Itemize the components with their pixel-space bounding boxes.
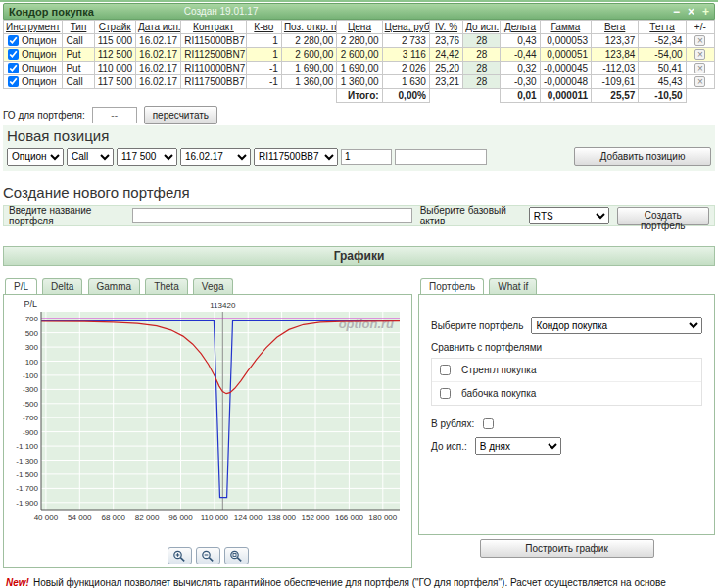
tab-theta[interactable]: Theta — [145, 278, 188, 294]
positions-head-row: ИнструментТипСтрайкДата исп.КонтрактК-во… — [4, 21, 715, 34]
tab-portfolio[interactable]: Портфель — [420, 278, 484, 294]
create-portfolio-title: Создание нового портфеля — [3, 184, 715, 201]
instrument-name: Опцион — [22, 76, 57, 87]
days-row: До исп.: В днях — [431, 437, 702, 455]
instrument-name: Опцион — [22, 35, 57, 46]
table-cell: -1 — [246, 62, 281, 75]
svg-text:500: 500 — [25, 329, 39, 338]
table-cell: 1 — [246, 48, 281, 62]
column-header[interactable]: Тип — [63, 21, 94, 34]
delete-row-icon[interactable]: × — [694, 49, 705, 60]
zoom-in-icon — [172, 550, 186, 563]
column-header[interactable]: Тетта — [639, 21, 686, 34]
totals-cell — [686, 89, 714, 103]
zoom-in-button[interactable] — [168, 547, 192, 564]
compare-label: Сравнить с портфелями — [431, 342, 702, 353]
new-position-title: Новая позиция — [7, 127, 711, 144]
delete-row-icon[interactable]: × — [694, 63, 705, 74]
column-header[interactable]: К-во — [246, 21, 281, 34]
row-checkbox[interactable] — [8, 49, 19, 60]
column-header[interactable]: Дата исп. — [135, 21, 180, 34]
portfolio-name-input[interactable] — [132, 208, 412, 223]
recalculate-button[interactable]: пересчитать — [144, 106, 217, 124]
svg-text:100: 100 — [25, 358, 39, 367]
zoom-controls — [6, 547, 409, 564]
margin-row: ГО для портфеля: -- пересчитать — [3, 106, 715, 123]
row-checkbox[interactable] — [8, 63, 19, 74]
svg-text:82 000: 82 000 — [135, 514, 160, 522]
tab-gamma[interactable]: Gamma — [88, 278, 141, 294]
footer-note: New!Новый функционал позволяет вычислять… — [6, 576, 712, 588]
column-header[interactable]: Вега — [592, 21, 639, 34]
table-cell: 1 630 — [382, 75, 429, 89]
totals-label: Итого: — [337, 89, 382, 103]
tab-whatif[interactable]: What if — [489, 278, 537, 294]
column-header[interactable]: Контракт — [181, 21, 246, 34]
totals-cell — [135, 89, 180, 103]
contract-select[interactable]: RI117500BB7 — [254, 148, 338, 166]
table-cell: 16.02.17 — [135, 48, 180, 62]
column-header[interactable]: IV. % — [429, 21, 462, 34]
compare-checkbox-butterfly[interactable] — [440, 388, 451, 399]
compare-option-strangle[interactable]: Стренгл покупка — [432, 359, 701, 382]
table-cell: RI112500BN7 — [181, 48, 246, 62]
column-header[interactable]: Страйк — [94, 21, 135, 34]
instrument-name: Опцион — [22, 49, 57, 60]
panel-tabs: Портфель What if — [418, 277, 715, 294]
add-position-button[interactable]: Добавить позицию — [574, 147, 711, 166]
table-row[interactable]: ОпционCall115 00016.02.17RI115000BB712 2… — [4, 34, 715, 48]
table-cell: -0,44 — [501, 48, 540, 62]
instrument-cell: Опцион — [4, 34, 63, 48]
zoom-reset-button[interactable] — [224, 547, 249, 564]
totals-cell — [281, 89, 336, 103]
minimize-button[interactable]: − — [673, 6, 680, 18]
svg-text:-1 100: -1 100 — [16, 442, 38, 451]
close-button[interactable]: × — [688, 6, 694, 18]
base-asset-select[interactable]: RTS — [529, 207, 609, 224]
table-cell: 28 — [463, 48, 501, 62]
column-header[interactable]: Цена — [337, 21, 382, 34]
expiry-select[interactable]: 16.02.17 — [180, 148, 251, 166]
days-select[interactable]: В днях — [475, 437, 561, 455]
table-row[interactable]: ОпционPut110 00016.02.17RI110000BN7-11 6… — [4, 62, 715, 75]
column-header[interactable]: До исп. — [463, 21, 501, 34]
quantity-input[interactable] — [341, 149, 392, 165]
portfolio-select[interactable]: Кондор покупка — [531, 317, 702, 334]
svg-text:-1 900: -1 900 — [16, 499, 38, 508]
column-header[interactable]: Поз. откр. по — [281, 21, 336, 34]
zoom-out-button[interactable] — [196, 547, 220, 564]
delete-row-icon[interactable]: × — [694, 35, 705, 46]
column-header[interactable]: +/- — [686, 21, 714, 34]
table-cell: -0,000045 — [540, 62, 591, 75]
table-row[interactable]: ОпционCall117 50016.02.17RI117500BB7-11 … — [4, 75, 715, 89]
row-checkbox[interactable] — [8, 35, 19, 46]
table-cell: 1 690,00 — [281, 62, 336, 75]
totals-cell — [246, 89, 281, 103]
build-chart-button[interactable]: Построить график — [480, 539, 654, 558]
portfolio-title: Кондор покупка — [9, 6, 94, 18]
tab-vega[interactable]: Vega — [193, 278, 233, 294]
rubles-checkbox[interactable] — [483, 418, 494, 429]
tab-pl[interactable]: P/L — [5, 278, 37, 294]
svg-text:96 000: 96 000 — [168, 514, 193, 522]
delete-row-icon[interactable]: × — [694, 76, 705, 87]
row-checkbox[interactable] — [8, 76, 19, 87]
column-header[interactable]: Дельта — [501, 21, 540, 34]
instrument-select[interactable]: Опцион — [7, 148, 64, 166]
table-cell: -112,03 — [592, 62, 639, 75]
compare-option-butterfly[interactable]: бабочка покупка — [432, 382, 701, 405]
column-header[interactable]: Инструмент — [4, 21, 63, 34]
column-header[interactable]: Цена, руб. — [382, 21, 429, 34]
price-input[interactable] — [395, 149, 487, 165]
add-button[interactable]: + — [702, 6, 709, 18]
svg-text:P/L: P/L — [24, 299, 37, 309]
table-row[interactable]: ОпционPut112 50016.02.17RI112500BN712 60… — [4, 48, 715, 62]
create-portfolio-button[interactable]: Создать портфель — [617, 207, 709, 225]
column-header[interactable]: Гамма — [540, 21, 591, 34]
table-cell: -1 — [246, 75, 281, 89]
strike-select[interactable]: 117 500 — [117, 148, 177, 166]
option-type-select[interactable]: Call — [67, 148, 114, 166]
table-cell: 2 280,00 — [281, 34, 336, 48]
tab-delta[interactable]: Delta — [42, 278, 82, 294]
compare-checkbox-strangle[interactable] — [440, 365, 451, 375]
